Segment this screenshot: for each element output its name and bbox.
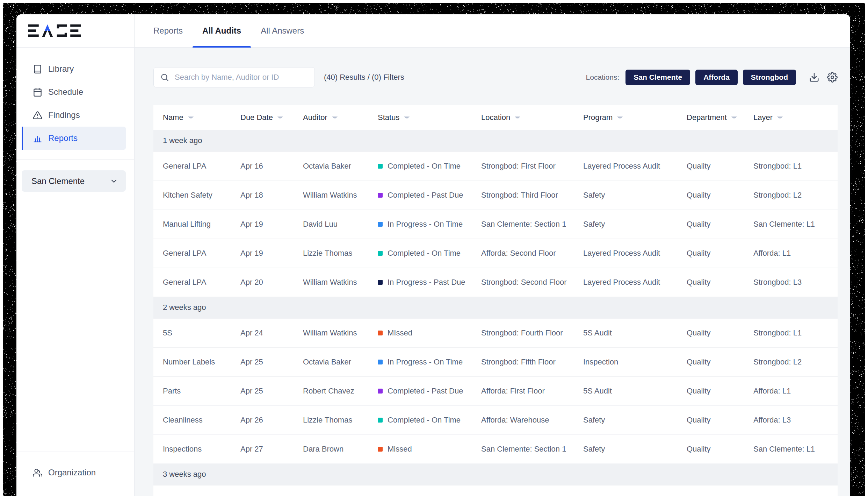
cell-program: Layered Process Audit xyxy=(583,278,687,287)
location-selector[interactable]: San Clemente xyxy=(22,170,126,192)
cell-auditor: Lizzie Thomas xyxy=(303,416,378,425)
download-icon[interactable] xyxy=(809,72,819,83)
sidebar-item-label: Reports xyxy=(48,133,78,143)
cell-status: Completed - On Time xyxy=(378,162,481,171)
cell-due-date: Apr 24 xyxy=(240,328,303,338)
table-row[interactable]: General LPA Apr 20 William Watkins In Pr… xyxy=(153,268,838,297)
cell-name: Inspections xyxy=(163,445,240,454)
status-label: Completed - On Time xyxy=(388,162,461,171)
cell-status: Completed - Past Due xyxy=(378,387,481,396)
group-label: 1 week ago xyxy=(163,136,838,145)
status-square xyxy=(378,418,383,423)
gear-icon[interactable] xyxy=(827,72,838,83)
table-body: 1 week ago General LPA Apr 16 Octavia Ba… xyxy=(153,130,838,496)
status-square xyxy=(378,280,383,285)
calendar-icon xyxy=(33,87,42,97)
filter-icon[interactable] xyxy=(332,115,338,120)
table-row[interactable]: General LPA Apr 16 Octavia Baker Complet… xyxy=(153,151,838,180)
table-row[interactable]: 5S Apr 24 William Watkins MIssed Strongb… xyxy=(153,318,838,347)
content-area: (40) Results / (0) Filters Locations: Sa… xyxy=(135,48,850,496)
search-box xyxy=(153,67,315,87)
status-label: In Progress - On Time xyxy=(388,357,463,367)
cell-department: Quality xyxy=(687,278,753,287)
location-filter-button-strongbod[interactable]: Strongbod xyxy=(743,70,796,85)
filter-icon[interactable] xyxy=(731,115,737,120)
cell-department: Quality xyxy=(687,445,753,454)
table-row[interactable]: Parts Apr 25 Robert Chavez Completed - P… xyxy=(153,376,838,405)
sidebar-item-schedule[interactable]: Schedule xyxy=(22,80,126,104)
cell-auditor: Octavia Baker xyxy=(303,162,378,171)
cell-auditor: William Watkins xyxy=(303,191,378,200)
sidebar-item-reports[interactable]: Reports xyxy=(22,127,126,150)
audits-table: Name Due Date Auditor Status Location Pr… xyxy=(153,105,838,496)
cell-layer: San Clemente: L1 xyxy=(753,220,838,229)
filter-icon[interactable] xyxy=(617,115,623,120)
table-row[interactable]: Cleanliness Apr 26 Lizzie Thomas Complet… xyxy=(153,405,838,434)
group-label: 3 weeks ago xyxy=(163,470,838,479)
cell-department: Quality xyxy=(687,162,753,171)
logo-area xyxy=(16,14,134,48)
tab-reports[interactable]: Reports xyxy=(144,14,193,47)
status-label: Completed - Past Due xyxy=(388,191,463,200)
cell-location: Afforda: Warehouse xyxy=(481,416,583,425)
location-filter-button-afforda[interactable]: Afforda xyxy=(695,70,738,85)
column-header-program: Program xyxy=(583,113,687,122)
filter-icon[interactable] xyxy=(777,115,783,120)
cell-auditor: David Luu xyxy=(303,220,378,229)
tab-all-answers[interactable]: All Answers xyxy=(251,14,314,47)
tab-bar: Reports All Audits All Answers xyxy=(135,14,850,48)
app-window: Library Schedule Findings Reports xyxy=(16,14,850,496)
sidebar-item-findings[interactable]: Findings xyxy=(22,104,126,127)
filter-icon[interactable] xyxy=(188,115,194,120)
chevron-down-icon xyxy=(110,177,118,185)
cell-location: Strongbod: Third Floor xyxy=(481,191,583,200)
location-filter-button-san-clemente[interactable]: San Clemente xyxy=(625,70,690,85)
table-row[interactable]: General LPA May 1 Irene Harris Completed… xyxy=(153,485,838,496)
column-header-status: Status xyxy=(378,113,481,122)
status-label: In Progress - On Time xyxy=(388,220,463,229)
filter-icon[interactable] xyxy=(277,115,283,120)
cell-due-date: Apr 26 xyxy=(240,416,303,425)
results-summary: (40) Results / (0) Filters xyxy=(324,73,404,82)
cell-status: Completed - On Time xyxy=(378,416,481,425)
cell-name: Manual Lifting xyxy=(163,220,240,229)
cell-department: Quality xyxy=(687,220,753,229)
tab-all-audits[interactable]: All Audits xyxy=(193,14,251,47)
search-input[interactable] xyxy=(174,72,308,82)
cell-layer: Strongbod: L3 xyxy=(753,278,838,287)
cell-layer: Strongbod: L2 xyxy=(753,357,838,367)
filter-icon[interactable] xyxy=(514,115,521,120)
cell-location: San Clemente: Section 1 xyxy=(481,220,583,229)
alert-triangle-icon xyxy=(33,111,42,120)
cell-due-date: Apr 19 xyxy=(240,220,303,229)
cell-name: Kitchen Safety xyxy=(163,191,240,200)
status-label: Missed xyxy=(388,445,412,454)
cell-auditor: William Watkins xyxy=(303,328,378,338)
table-row[interactable]: Number Labels Apr 25 Octavia Baker In Pr… xyxy=(153,347,838,376)
status-label: Completed - On Time xyxy=(388,416,461,425)
filter-icon[interactable] xyxy=(404,115,410,120)
column-header-name: Name xyxy=(163,113,240,122)
table-row[interactable]: General LPA Apr 19 Lizzie Thomas Complet… xyxy=(153,239,838,268)
sidebar-item-organization[interactable]: Organization xyxy=(22,461,126,484)
cell-program: Safety xyxy=(583,191,687,200)
column-header-due-date: Due Date xyxy=(240,113,303,122)
status-square xyxy=(378,251,383,256)
table-row[interactable]: Kitchen Safety Apr 18 William Watkins Co… xyxy=(153,180,838,210)
cell-location: Strongbod: First Floor xyxy=(481,162,583,171)
cell-due-date: Apr 20 xyxy=(240,278,303,287)
table-row[interactable]: Inspections Apr 27 Dara Brown Missed San… xyxy=(153,434,838,463)
cell-auditor: Octavia Baker xyxy=(303,357,378,367)
cell-name: General LPA xyxy=(163,278,240,287)
cell-name: Cleanliness xyxy=(163,416,240,425)
sidebar-item-library[interactable]: Library xyxy=(22,57,126,80)
cell-due-date: Apr 18 xyxy=(240,191,303,200)
cell-program: 5S Audit xyxy=(583,328,687,338)
sidebar-item-label: Findings xyxy=(48,110,80,120)
cell-program: Layered Process Audit xyxy=(583,249,687,258)
status-label: In Progress - Past Due xyxy=(388,278,465,287)
cell-program: Layered Process Audit xyxy=(583,162,687,171)
toolbar: (40) Results / (0) Filters Locations: Sa… xyxy=(153,67,838,88)
cell-due-date: Apr 25 xyxy=(240,387,303,396)
table-row[interactable]: Manual Lifting Apr 19 David Luu In Progr… xyxy=(153,210,838,239)
